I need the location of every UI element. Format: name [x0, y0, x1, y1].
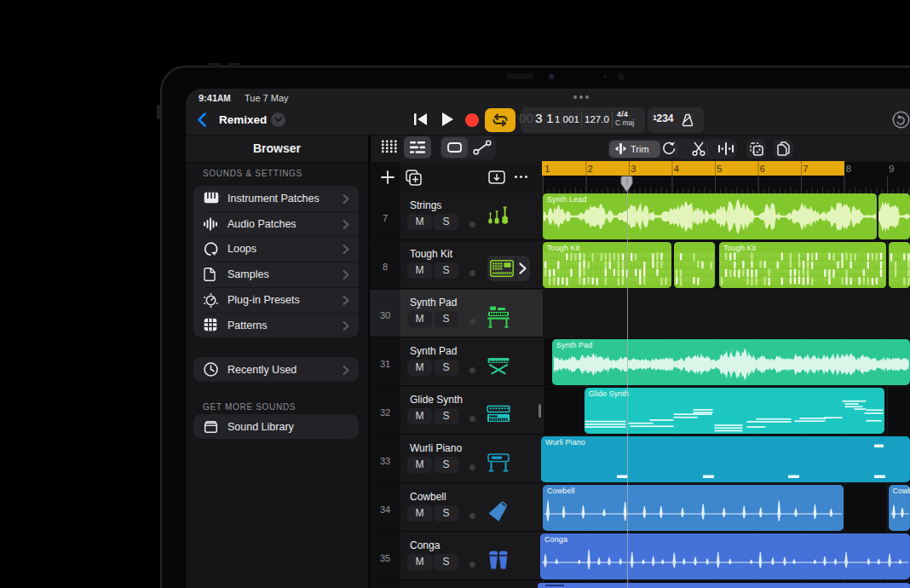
svg-text:1: 1 [544, 164, 550, 174]
svg-text:7: 7 [803, 164, 808, 174]
svg-text:8: 8 [846, 164, 851, 174]
svg-text:3: 3 [631, 164, 636, 174]
svg-text:5: 5 [717, 164, 722, 174]
svg-text:4: 4 [674, 164, 679, 174]
svg-text:2: 2 [588, 164, 593, 174]
svg-text:6: 6 [760, 164, 765, 174]
svg-text:9: 9 [889, 164, 894, 174]
